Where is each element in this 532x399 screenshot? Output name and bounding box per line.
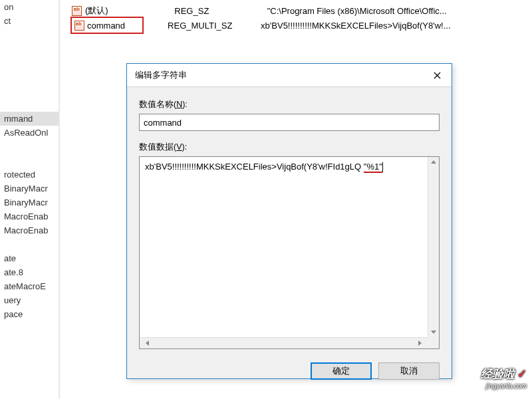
- value-type: REG_SZ: [174, 6, 267, 16]
- svg-marker-2: [431, 160, 436, 164]
- close-icon: [434, 72, 441, 79]
- tree-item[interactable]: [0, 42, 59, 56]
- value-type: REG_MULTI_SZ: [168, 21, 261, 31]
- tree-item[interactable]: [0, 28, 59, 42]
- value-data-textarea[interactable]: xb'BV5!!!!!!!!!!MKKSkEXCELFiles>VijqBof(…: [139, 156, 440, 349]
- tree-item[interactable]: ate: [0, 251, 59, 265]
- tree-item[interactable]: mmand: [0, 112, 59, 126]
- tree-item[interactable]: pace: [0, 307, 59, 321]
- scroll-down-icon[interactable]: [429, 327, 439, 337]
- dialog-buttons: 确定 取消: [127, 356, 452, 380]
- dialog-titlebar[interactable]: 编辑多字符串: [127, 64, 452, 87]
- tree-item[interactable]: BinaryMacr: [0, 182, 59, 196]
- scroll-left-icon[interactable]: [142, 338, 152, 348]
- edit-multistring-dialog: 编辑多字符串 数值名称(N): 数值数据(V): xb'BV5!!!!!!!!!…: [126, 63, 452, 379]
- tree-item[interactable]: ate.8: [0, 265, 59, 279]
- string-value-icon: ab: [74, 20, 84, 31]
- string-value-icon: ab: [72, 5, 82, 16]
- value-name: command: [87, 21, 125, 31]
- value-name-label: 数值名称(N):: [139, 99, 440, 110]
- value-name-input[interactable]: [139, 114, 440, 131]
- check-icon: ✓: [517, 368, 527, 380]
- tree-item[interactable]: [0, 154, 59, 168]
- scroll-right-icon[interactable]: [415, 338, 425, 348]
- value-data-content: xb'BV5!!!!!!!!!!MKKSkEXCELFiles>VijqBof(…: [140, 157, 439, 177]
- horizontal-scrollbar[interactable]: [140, 337, 428, 348]
- close-button[interactable]: [428, 68, 446, 82]
- tree-item[interactable]: uery: [0, 293, 59, 307]
- scroll-corner: [428, 337, 439, 348]
- tree-item[interactable]: [0, 84, 59, 98]
- svg-marker-4: [146, 340, 149, 346]
- tree-item[interactable]: ateMacroE: [0, 279, 59, 293]
- value-data: "C:\Program Files (x86)\Microsoft Office…: [267, 6, 519, 16]
- tree-item[interactable]: [0, 321, 59, 335]
- svg-marker-3: [431, 331, 436, 334]
- cancel-button[interactable]: 取消: [378, 362, 440, 380]
- tree-item[interactable]: [0, 70, 59, 84]
- tree-item[interactable]: ct: [0, 14, 59, 28]
- vertical-scrollbar[interactable]: [428, 157, 439, 337]
- tree-item[interactable]: MacroEnab: [0, 209, 59, 223]
- tree-item[interactable]: on: [0, 0, 59, 14]
- tree-item[interactable]: BinaryMacr: [0, 196, 59, 209]
- scroll-up-icon[interactable]: [429, 157, 439, 167]
- tree-item[interactable]: [0, 56, 59, 70]
- value-data: xb'BV5!!!!!!!!!!MKKSkEXCELFiles>VijqBof(…: [261, 21, 513, 31]
- tree-item[interactable]: [0, 98, 59, 112]
- registry-values-list[interactable]: ab (默认) REG_SZ "C:\Program Files (x86)\M…: [66, 3, 519, 33]
- tree-item[interactable]: [0, 140, 59, 154]
- ok-button[interactable]: 确定: [311, 362, 372, 380]
- text-caret: [382, 162, 383, 172]
- value-row-default[interactable]: ab (默认) REG_SZ "C:\Program Files (x86)\M…: [66, 3, 519, 18]
- value-row-command[interactable]: ab command REG_MULTI_SZ xb'BV5!!!!!!!!!!…: [66, 18, 519, 33]
- tree-item[interactable]: rotected: [0, 168, 59, 182]
- value-data-label: 数值数据(V):: [139, 142, 440, 153]
- value-name: (默认): [85, 5, 174, 17]
- tree-item[interactable]: [0, 237, 59, 251]
- watermark: 经验啦✓ jingyanla.com: [481, 368, 527, 392]
- tree-item[interactable]: AsReadOnl: [0, 126, 59, 140]
- registry-tree[interactable]: onct mmandAsReadOnl rotectedBinaryMacrBi…: [0, 0, 60, 399]
- tree-item[interactable]: MacroEnab: [0, 223, 59, 237]
- svg-marker-5: [418, 340, 422, 346]
- dialog-title: 编辑多字符串: [135, 69, 187, 81]
